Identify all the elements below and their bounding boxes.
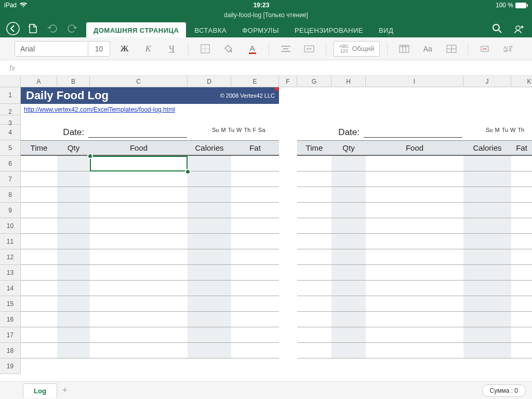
table-row[interactable]: [21, 187, 279, 203]
sort-filter-button[interactable]: AЯ: [499, 41, 517, 57]
file-button[interactable]: [24, 20, 42, 37]
fill-color-button[interactable]: [219, 41, 237, 57]
table-row[interactable]: [21, 234, 279, 249]
col-header-C[interactable]: C: [90, 76, 188, 87]
tab-view[interactable]: ВИД: [371, 22, 401, 37]
table-row[interactable]: [297, 171, 532, 187]
selection-handle-tl[interactable]: [87, 153, 93, 159]
insert-cells-button[interactable]: [442, 41, 460, 57]
tab-home[interactable]: ДОМАШНЯЯ СТРАНИЦА: [86, 22, 186, 37]
table-row[interactable]: [297, 296, 532, 312]
row-header-17[interactable]: 17: [0, 327, 20, 343]
table-row[interactable]: [21, 327, 279, 343]
table-row[interactable]: [297, 249, 532, 265]
font-name[interactable]: Arial: [15, 42, 88, 56]
search-button[interactable]: [488, 20, 506, 37]
col-header-K[interactable]: K: [511, 76, 532, 87]
svg-rect-13: [400, 45, 409, 47]
col-header-I[interactable]: I: [366, 76, 463, 87]
share-button[interactable]: [510, 20, 528, 37]
font-size[interactable]: 10: [88, 42, 110, 56]
italic-button[interactable]: К: [139, 41, 157, 57]
row-header-4[interactable]: 4: [0, 125, 20, 140]
clear-button[interactable]: [475, 41, 494, 57]
undo-button[interactable]: [44, 20, 61, 37]
row-header-9[interactable]: 9: [0, 203, 20, 218]
table-row[interactable]: [21, 281, 279, 296]
date-field-2: Date:: [296, 125, 462, 140]
spreadsheet-grid[interactable]: ABCDEFGHIJK 1234567891011121314151617181…: [0, 76, 532, 389]
redo-button[interactable]: [63, 20, 81, 37]
tab-formulas[interactable]: ФОРМУЛЫ: [235, 22, 286, 37]
align-button[interactable]: [276, 41, 295, 57]
table-row[interactable]: [297, 187, 532, 203]
tab-review[interactable]: РЕЦЕНЗИРОВАНИЕ: [287, 22, 370, 37]
row-header-5[interactable]: 5: [0, 140, 20, 156]
row-header-6[interactable]: 6: [0, 156, 20, 171]
row-header-1[interactable]: 1: [0, 87, 20, 104]
select-all-corner[interactable]: [0, 76, 21, 87]
table-row[interactable]: [21, 312, 279, 327]
table-row[interactable]: [297, 327, 532, 343]
table-row[interactable]: [21, 171, 279, 187]
table-row[interactable]: [21, 203, 279, 218]
col-header-D[interactable]: D: [188, 76, 231, 87]
row-header-11[interactable]: 11: [0, 234, 20, 249]
cell-style-button[interactable]: Aa: [419, 41, 437, 57]
row-header-7[interactable]: 7: [0, 171, 20, 187]
bold-button[interactable]: Ж: [115, 41, 134, 57]
font-selector[interactable]: Arial 10: [15, 41, 110, 57]
row-header-12[interactable]: 12: [0, 249, 20, 265]
add-sheet-button[interactable]: +: [57, 385, 73, 396]
borders-button[interactable]: [196, 41, 214, 57]
table-row[interactable]: [21, 296, 279, 312]
row-header-10[interactable]: 10: [0, 218, 20, 234]
weekdays-1: SuMTuWThFSa: [212, 127, 265, 133]
col-header-J[interactable]: J: [463, 76, 511, 87]
row-header-3[interactable]: 3: [0, 115, 20, 125]
row-header-18[interactable]: 18: [0, 343, 20, 358]
svg-text:Я: Я: [503, 49, 507, 53]
table-row[interactable]: [21, 218, 279, 234]
table-row[interactable]: [297, 203, 532, 218]
back-button[interactable]: [4, 20, 22, 37]
col-header-F[interactable]: F: [279, 76, 297, 87]
table-row[interactable]: [21, 265, 279, 281]
table-row[interactable]: [21, 343, 279, 358]
sum-display[interactable]: Сумма : 0: [482, 384, 526, 397]
col-header-A[interactable]: A: [21, 76, 57, 87]
formula-bar[interactable]: fx: [0, 60, 532, 76]
underline-button[interactable]: Ч: [163, 41, 181, 57]
row-header-13[interactable]: 13: [0, 265, 20, 281]
template-link[interactable]: http://www.vertex42.com/ExcelTemplates/f…: [21, 104, 175, 115]
table-row[interactable]: [297, 234, 532, 249]
merge-button[interactable]: [300, 41, 318, 57]
table-row[interactable]: [297, 312, 532, 327]
table-row[interactable]: [297, 343, 532, 358]
table-row[interactable]: [21, 249, 279, 265]
table-row[interactable]: [297, 281, 532, 296]
table-row[interactable]: [297, 156, 532, 171]
font-color-button[interactable]: A: [243, 41, 261, 57]
col-header-G[interactable]: G: [297, 76, 331, 87]
table-style-button[interactable]: [395, 41, 413, 57]
col-header-B[interactable]: B: [57, 76, 90, 87]
row-header-15[interactable]: 15: [0, 296, 20, 312]
table-row[interactable]: [297, 218, 532, 234]
selection-handle-br[interactable]: [185, 169, 191, 175]
col-header-E[interactable]: E: [231, 76, 279, 87]
number-format[interactable]: ABC123 Общий: [334, 41, 380, 57]
row-header-19[interactable]: 19: [0, 358, 20, 374]
status-bar: iPad 19:23 100 %: [0, 0, 532, 10]
selected-cell[interactable]: [90, 156, 188, 171]
row-header-8[interactable]: 8: [0, 187, 20, 203]
tab-insert[interactable]: ВСТАВКА: [187, 22, 234, 37]
row-header-2[interactable]: 2: [0, 104, 20, 115]
col-header-H[interactable]: H: [331, 76, 366, 87]
comment-indicator[interactable]: [275, 87, 279, 90]
row-header-16[interactable]: 16: [0, 312, 20, 327]
sheet-tab[interactable]: Log: [23, 383, 57, 398]
fx-icon: fx: [9, 64, 15, 72]
table-row[interactable]: [297, 265, 532, 281]
row-header-14[interactable]: 14: [0, 281, 20, 296]
